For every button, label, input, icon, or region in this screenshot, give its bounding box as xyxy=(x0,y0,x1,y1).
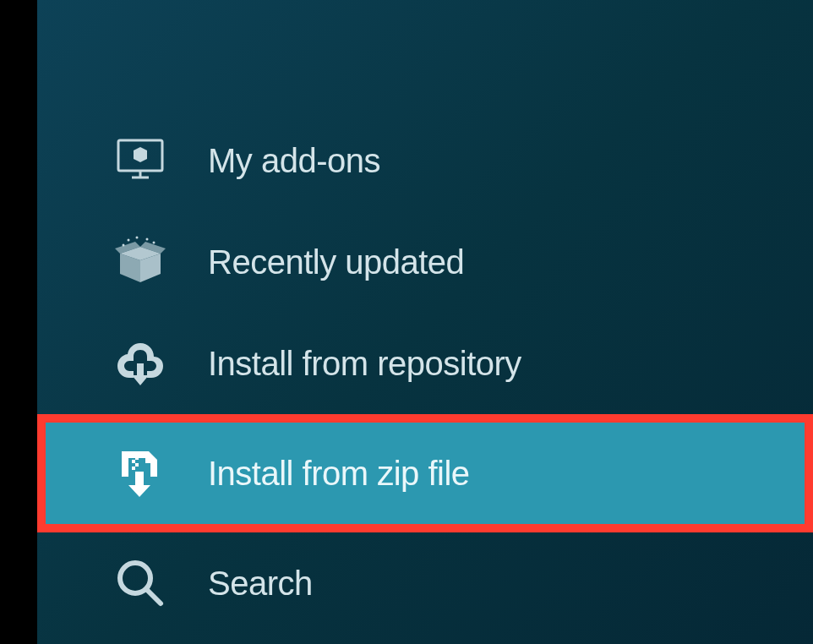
search-icon xyxy=(113,556,167,610)
menu-item-my-addons[interactable]: My add-ons xyxy=(37,110,813,211)
menu-item-search[interactable]: Search xyxy=(37,532,813,634)
menu-item-recently-updated[interactable]: Recently updated xyxy=(37,211,813,313)
svg-rect-12 xyxy=(132,467,135,470)
menu-item-label: Search xyxy=(208,565,313,603)
menu-item-label: Recently updated xyxy=(208,243,464,281)
cloud-download-icon xyxy=(113,336,167,390)
svg-rect-11 xyxy=(135,463,139,467)
menu-item-label: My add-ons xyxy=(208,142,380,180)
open-box-icon xyxy=(113,235,167,289)
svg-point-3 xyxy=(128,239,130,242)
addons-menu: My add-ons Recently updated xyxy=(37,110,813,634)
svg-rect-8 xyxy=(132,453,135,456)
menu-item-label: Install from zip file xyxy=(208,455,470,493)
zip-download-icon xyxy=(113,446,167,500)
menu-item-label: Install from repository xyxy=(208,345,521,383)
monitor-box-icon xyxy=(113,134,167,188)
svg-rect-9 xyxy=(135,456,139,460)
menu-item-install-zip[interactable]: Install from zip file xyxy=(37,414,813,532)
main-content: My add-ons Recently updated xyxy=(37,0,813,644)
menu-item-install-repository[interactable]: Install from repository xyxy=(37,313,813,414)
svg-point-4 xyxy=(136,237,139,239)
left-sidebar xyxy=(0,0,37,644)
svg-point-5 xyxy=(146,238,149,241)
svg-point-6 xyxy=(153,242,156,244)
svg-line-14 xyxy=(147,590,161,603)
svg-rect-10 xyxy=(132,460,135,463)
